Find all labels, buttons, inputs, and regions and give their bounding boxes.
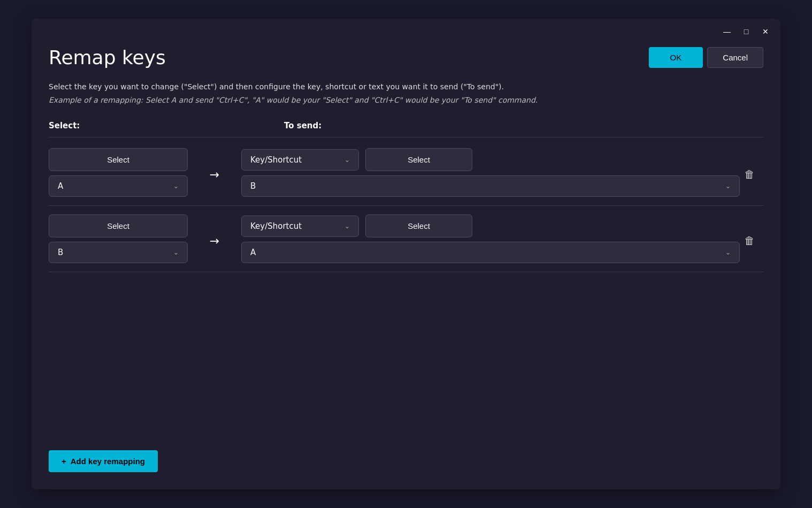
select-button-2[interactable]: Select (49, 214, 188, 237)
select-button-1[interactable]: Select (49, 148, 188, 171)
type-dropdown-value-1: Key/Shortcut (250, 155, 302, 165)
instructions: Select the key you want to change ("Sele… (49, 81, 763, 108)
tosend-key-dropdown-2[interactable]: A ⌄ (241, 242, 740, 263)
tosend-select-button-2[interactable]: Select (365, 214, 472, 237)
instructions-example: Example of a remapping: Select A and sen… (49, 95, 763, 106)
chevron-icon-type-2: ⌄ (344, 222, 350, 230)
arrow-1: → (188, 164, 241, 181)
minimize-button[interactable]: — (721, 25, 733, 38)
header-buttons: OK Cancel (649, 47, 763, 68)
type-dropdown-value-2: Key/Shortcut (250, 221, 302, 231)
select-dropdown-value-2: B (58, 248, 63, 257)
add-remapping-button[interactable]: + Add key remapping (49, 450, 158, 472)
type-dropdown-2[interactable]: Key/Shortcut ⌄ (241, 215, 359, 237)
ok-button[interactable]: OK (649, 47, 703, 68)
remap-row-2: Select B ⌄ → Key/Shortcut ⌄ Sel (49, 206, 763, 272)
delete-button-2[interactable]: 🗑 (740, 230, 759, 251)
select-dropdown-2[interactable]: B ⌄ (49, 242, 188, 263)
chevron-icon-1: ⌄ (173, 182, 179, 190)
cancel-button[interactable]: Cancel (707, 47, 763, 68)
delete-section-1: 🗑 (740, 160, 759, 185)
chevron-icon-tosend-2: ⌄ (725, 249, 731, 256)
tosend-key-dropdown-1[interactable]: B ⌄ (241, 175, 740, 197)
remap-right-row1-1: Key/Shortcut ⌄ Select (241, 148, 740, 171)
arrow-2: → (188, 230, 241, 248)
chevron-icon-2: ⌄ (173, 249, 179, 256)
title-bar: — □ ✕ (32, 19, 780, 38)
delete-section-2: 🗑 (740, 226, 759, 251)
type-dropdown-1[interactable]: Key/Shortcut ⌄ (241, 149, 359, 171)
remap-left-2: Select B ⌄ (49, 214, 188, 263)
select-dropdown-value-1: A (58, 181, 63, 191)
dialog-content: Remap keys OK Cancel Select the key you … (32, 38, 780, 489)
instructions-main: Select the key you want to change ("Sele… (49, 81, 763, 93)
divider-top (49, 137, 763, 137)
add-icon: + (62, 457, 66, 466)
tosend-select-button-1[interactable]: Select (365, 148, 472, 171)
add-button-label: Add key remapping (71, 457, 145, 466)
select-dropdown-1[interactable]: A ⌄ (49, 175, 188, 197)
chevron-icon-type-1: ⌄ (344, 156, 350, 164)
remap-right-2: Key/Shortcut ⌄ Select A ⌄ (241, 214, 740, 263)
tosend-key-value-1: B (250, 181, 256, 191)
header-row: Remap keys OK Cancel (49, 47, 763, 68)
trash-icon-1: 🗑 (744, 168, 755, 181)
remap-row: Select A ⌄ → Key/Shortcut ⌄ Sel (49, 140, 763, 206)
delete-button-1[interactable]: 🗑 (740, 164, 759, 185)
remap-right-1: Key/Shortcut ⌄ Select B ⌄ (241, 148, 740, 197)
tosend-column-label: To send: (284, 121, 321, 130)
remap-left-1: Select A ⌄ (49, 148, 188, 197)
remap-right-row1-2: Key/Shortcut ⌄ Select (241, 214, 740, 237)
select-column-label: Select: (49, 121, 188, 130)
trash-icon-2: 🗑 (744, 235, 755, 247)
tosend-key-value-2: A (250, 248, 256, 257)
dialog-title: Remap keys (49, 47, 166, 68)
maximize-button[interactable]: □ (740, 25, 753, 38)
close-button[interactable]: ✕ (759, 25, 772, 38)
column-labels: Select: To send: (49, 121, 763, 130)
remap-keys-dialog: — □ ✕ Remap keys OK Cancel Select the ke… (32, 19, 780, 489)
remap-rows-container: Select A ⌄ → Key/Shortcut ⌄ Sel (49, 140, 763, 440)
chevron-icon-tosend-1: ⌄ (725, 182, 731, 190)
